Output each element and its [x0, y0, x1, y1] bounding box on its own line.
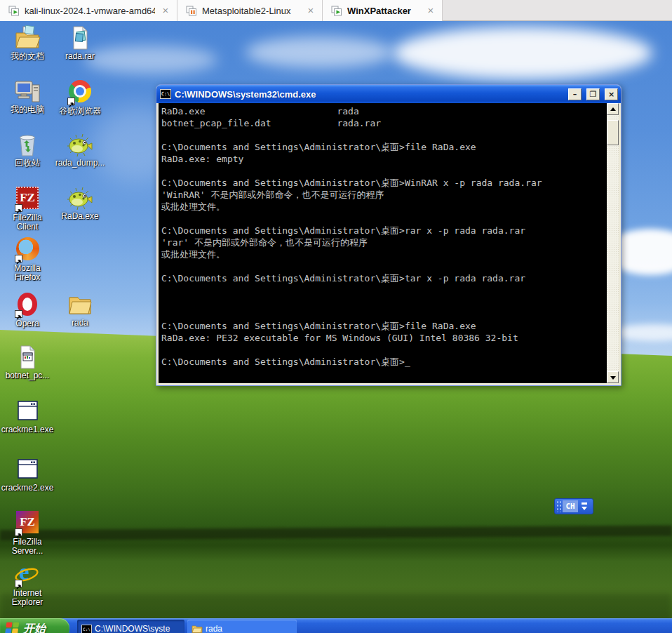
desktop-icon-crackme1[interactable]: crackme1.exe [0, 399, 55, 434]
chrome-icon [67, 80, 93, 105]
vm-tab-metasploitable[interactable]: Metasploitable2-Linux × [177, 0, 323, 21]
pufferfish-icon [67, 132, 93, 157]
pufferfish-icon [67, 185, 93, 211]
windows-flag-icon [4, 621, 20, 633]
taskbar-task-rada[interactable]: rada [187, 620, 297, 633]
app-window-icon [14, 457, 41, 482]
vm-tab-kali[interactable]: kali-linux-2024.1-vmware-amd64 × [0, 0, 177, 21]
desktop-icon-botnet-pcap[interactable]: botnet_pc... [0, 345, 55, 380]
desktop-icon-rada-folder[interactable]: rada [53, 292, 107, 328]
input-language-label[interactable]: CH [563, 500, 578, 512]
icon-label: FileZilla Server... [0, 538, 55, 556]
cmd-window[interactable]: C:\ C:\WINDOWS\system32\cmd.exe – ❐ × Ra… [156, 84, 621, 386]
desktop-icon-recycle-bin[interactable]: 回收站 [0, 132, 55, 168]
desktop-icon-chrome[interactable]: 谷歌浏览器 [53, 79, 107, 116]
archive-file-icon [67, 25, 93, 51]
desktop-icon-filezilla-client[interactable]: FZ FileZilla Client [0, 185, 55, 232]
icon-label: rada.rar [53, 52, 107, 61]
scrollbar-track[interactable] [607, 103, 619, 383]
vm-running-icon [331, 6, 342, 16]
tab-close-icon[interactable]: × [160, 5, 171, 16]
vm-tab-bar: kali-linux-2024.1-vmware-amd64 × Metaspl… [0, 0, 672, 21]
shortcut-arrow-icon [15, 580, 22, 587]
cmd-icon: C:\ [160, 89, 171, 99]
internet-explorer-icon: e [14, 562, 41, 587]
desktop-icon-rada-dump[interactable]: rada_dump... [53, 132, 107, 168]
vm-tab-label: Metasploitable2-Linux [202, 6, 300, 16]
icon-label: rada_dump... [53, 159, 107, 168]
start-label: 开始 [23, 622, 46, 633]
cmd-window-titlebar[interactable]: C:\ C:\WINDOWS\system32\cmd.exe – ❐ × [156, 85, 621, 103]
folder-icon [191, 624, 203, 633]
icon-label: crackme2.exe [0, 484, 55, 493]
opera-icon [14, 293, 41, 318]
tab-close-icon[interactable]: × [305, 5, 316, 16]
icon-label: botnet_pc... [0, 371, 55, 380]
tab-close-icon[interactable]: × [425, 5, 436, 16]
app-window-icon [14, 399, 41, 424]
vm-suspended-icon [186, 6, 197, 16]
cloud [393, 27, 652, 79]
close-button[interactable]: × [605, 88, 618, 100]
drag-handle-icon[interactable] [556, 500, 561, 512]
my-documents-icon [14, 25, 41, 51]
icon-label: FileZilla Client [0, 213, 55, 232]
shortcut-arrow-icon [67, 98, 75, 105]
icon-label: Mozilla Firefox [0, 264, 55, 282]
desktop-icon-opera[interactable]: Opera [0, 292, 55, 328]
vm-tab-winxpattacker[interactable]: WinXPattacker × [323, 0, 443, 21]
shortcut-arrow-icon [15, 310, 22, 318]
filezilla-server-icon: FZ [14, 511, 41, 536]
task-label: rada [206, 624, 222, 633]
start-button[interactable]: 开始 [0, 618, 69, 633]
langbar-options-icon[interactable] [582, 507, 587, 510]
firefox-icon [14, 237, 41, 262]
scroll-down-button[interactable] [607, 371, 619, 383]
cloud [246, 36, 393, 68]
icon-label: Internet Explorer [0, 589, 55, 607]
vm-tab-label: WinXPattacker [347, 6, 420, 16]
desktop-icon-my-computer[interactable]: 我的电脑 [0, 79, 55, 114]
recycle-bin-icon [14, 132, 41, 157]
langbar-minimize-icon[interactable] [582, 502, 587, 505]
language-bar[interactable]: CH [554, 498, 593, 514]
terminal-output[interactable]: RaDa.exe rada botnet_pcap_file.dat rada.… [159, 103, 607, 383]
icon-label: 我的电脑 [0, 105, 55, 114]
desktop-icon-crackme2[interactable]: crackme2.exe [0, 457, 55, 493]
dat-file-icon [14, 345, 41, 370]
icon-label: rada [53, 319, 107, 328]
my-computer-icon [14, 79, 41, 104]
screen: kali-linux-2024.1-vmware-amd64 × Metaspl… [0, 0, 672, 633]
desktop-icon-rada-exe[interactable]: RaDa.exe [53, 185, 107, 221]
icon-label: 谷歌浏览器 [53, 107, 107, 116]
scrollbar-thumb[interactable] [607, 120, 619, 145]
desktop-icon-firefox[interactable]: Mozilla Firefox [0, 236, 55, 282]
task-label: C:\WINDOWS\syste [95, 624, 170, 633]
icon-label: crackme1.exe [0, 425, 55, 434]
desktop-icon-rada-rar[interactable]: rada.rar [53, 25, 107, 61]
taskbar-task-cmd[interactable]: C:\ C:\WINDOWS\syste [77, 620, 184, 633]
shortcut-arrow-icon [15, 528, 22, 536]
shortcut-arrow-icon [15, 204, 22, 212]
shortcut-arrow-icon [15, 255, 22, 262]
icon-label: RaDa.exe [53, 212, 107, 221]
vm-tab-label: kali-linux-2024.1-vmware-amd64 [25, 6, 155, 16]
vm-running-icon [8, 6, 20, 16]
scroll-up-button[interactable] [607, 103, 619, 115]
desktop-icon-my-documents[interactable]: 我的文档 [0, 25, 55, 61]
taskbar: 开始 C:\ C:\WINDOWS\syste rada [0, 618, 672, 633]
cmd-icon: C:\ [81, 625, 92, 633]
cmd-window-body: RaDa.exe rada botnet_pcap_file.dat rada.… [159, 103, 619, 383]
maximize-button[interactable]: ❐ [586, 88, 600, 100]
folder-icon [67, 292, 93, 317]
icon-label: 回收站 [0, 159, 55, 168]
desktop-icon-internet-explorer[interactable]: e Internet Explorer [0, 562, 55, 607]
icon-label: Opera [0, 319, 55, 328]
window-title: C:\WINDOWS\system32\cmd.exe [175, 89, 563, 100]
desktop-icon-filezilla-server[interactable]: FZ FileZilla Server... [0, 509, 55, 556]
minimize-button[interactable]: – [568, 88, 582, 100]
icon-label: 我的文档 [0, 52, 55, 61]
filezilla-client-icon: FZ [14, 187, 41, 212]
